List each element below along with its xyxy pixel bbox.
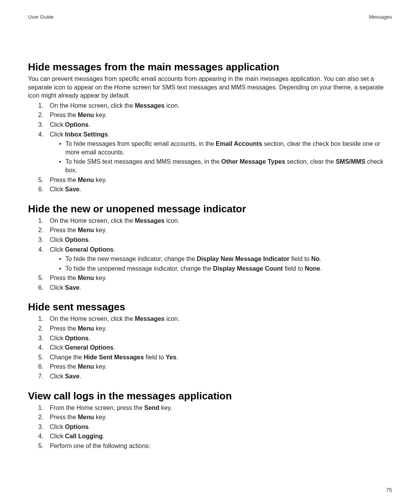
body-text: key. — [94, 363, 107, 370]
content: Hide messages from the main messages app… — [28, 61, 392, 450]
body-text: Click — [50, 433, 65, 439]
bold-text: Inbox Settings — [65, 131, 108, 138]
step-item: Click General Options. — [45, 343, 392, 352]
body-text: Click — [50, 246, 65, 253]
bold-text: Options — [65, 236, 88, 243]
body-text: . — [79, 284, 81, 291]
bold-text: Hide Sent Messages — [84, 354, 144, 360]
body-text: key. — [94, 177, 107, 183]
bold-text: Save — [65, 186, 79, 192]
body-text: section, clear the — [285, 158, 336, 165]
page: User Guide Messages Hide messages from t… — [0, 0, 420, 504]
body-text: . — [79, 373, 81, 380]
body-text: To hide the new message indicator, chang… — [65, 256, 197, 262]
step-item: Click Inbox Settings.To hide messages fr… — [45, 130, 392, 175]
body-text: Click — [50, 344, 65, 351]
body-text: . — [320, 256, 321, 262]
body-text: Press the — [50, 177, 78, 183]
step-item: Perform one of the following actions: — [45, 442, 392, 450]
step-item: Press the Menu key. — [45, 274, 392, 282]
step-list: On the Home screen, click the Messages i… — [28, 217, 392, 292]
body-text: Click — [50, 373, 65, 380]
step-item: Press the Menu key. — [45, 176, 392, 184]
section-intro: You can prevent messages from specific e… — [28, 75, 392, 100]
step-item: Click Save. — [45, 372, 392, 381]
body-text: . — [89, 236, 90, 243]
body-text: Press the — [50, 275, 78, 281]
body-text: field to — [144, 354, 166, 360]
step-item: Click Options. — [45, 121, 392, 129]
body-text: . — [114, 344, 115, 351]
body-text: key. — [159, 404, 172, 411]
step-item: Press the Menu key. — [45, 111, 392, 119]
sub-item: To hide SMS text messages and MMS messag… — [59, 158, 392, 174]
body-text: Press the — [50, 227, 78, 233]
body-text: Change the — [50, 354, 84, 360]
body-text: Press the — [50, 363, 78, 370]
body-text: Click — [50, 284, 65, 291]
body-text: Click — [50, 186, 65, 192]
bold-text: Messages — [135, 217, 165, 224]
body-text: field to — [283, 265, 304, 272]
bold-text: Menu — [78, 227, 94, 233]
page-number: 75 — [386, 487, 392, 493]
bold-text: No — [311, 256, 319, 262]
body-text: Click — [50, 236, 65, 243]
step-list: On the Home screen, click the Messages i… — [28, 102, 392, 194]
body-text: icon. — [164, 217, 179, 224]
step-item: Click General Options.To hide the new me… — [45, 245, 392, 273]
body-text: Perform one of the following actions: — [50, 443, 150, 449]
body-text: On the Home screen, click the — [50, 315, 135, 322]
body-text: Press the — [50, 112, 78, 118]
step-item: Change the Hide Sent Messages field to Y… — [45, 353, 392, 362]
bold-text: None — [304, 265, 320, 272]
step-item: Press the Menu key. — [45, 362, 392, 371]
step-item: Click Options. — [45, 423, 392, 431]
bold-text: Options — [65, 335, 88, 341]
step-item: Click Save. — [45, 185, 392, 194]
step-item: On the Home screen, click the Messages i… — [45, 102, 392, 110]
body-text: . — [89, 424, 90, 430]
sub-list: To hide messages from specific email acc… — [50, 140, 392, 174]
bold-text: Options — [65, 424, 88, 430]
body-text: . — [320, 265, 322, 272]
bold-text: Save — [65, 373, 79, 380]
bold-text: Email Accounts — [216, 140, 262, 147]
sub-list: To hide the new message indicator, chang… — [50, 255, 392, 273]
body-text: . — [103, 433, 104, 439]
section-title: View call logs in the messages applicati… — [28, 390, 392, 402]
body-text: To hide messages from specific email acc… — [65, 140, 216, 147]
body-text: On the Home screen, click the — [50, 102, 135, 109]
step-item: Click Options. — [45, 334, 392, 343]
body-text: . — [89, 335, 90, 341]
body-text: key. — [94, 414, 107, 420]
body-text: Click — [50, 131, 65, 138]
body-text: field to — [289, 256, 311, 262]
bold-text: Menu — [78, 177, 94, 183]
sub-item: To hide the new message indicator, chang… — [59, 255, 392, 263]
bold-text: Options — [65, 121, 88, 128]
body-text: On the Home screen, click the — [50, 217, 135, 224]
header-left: User Guide — [28, 14, 54, 20]
body-text: To hide SMS text messages and MMS messag… — [65, 158, 221, 165]
bold-text: General Options — [65, 344, 113, 351]
bold-text: Menu — [78, 363, 94, 370]
body-text: icon. — [164, 102, 179, 109]
bold-text: Other Message Types — [221, 158, 285, 165]
bold-text: SMS/MMS — [336, 158, 365, 165]
step-item: Click Call Logging. — [45, 432, 392, 441]
step-item: Press the Menu key. — [45, 324, 392, 333]
page-header: User Guide Messages — [28, 14, 392, 20]
bold-text: Display Message Count — [213, 265, 283, 272]
body-text: . — [79, 186, 81, 192]
step-list: On the Home screen, click the Messages i… — [28, 315, 392, 380]
body-text: . — [177, 354, 178, 360]
body-text: To hide the unopened message indicator, … — [65, 265, 213, 272]
bold-text: General Options — [65, 246, 113, 253]
bold-text: Messages — [135, 315, 165, 322]
body-text: Click — [50, 424, 65, 430]
step-list: From the Home screen, press the Send key… — [28, 404, 392, 450]
body-text: icon. — [164, 315, 179, 322]
body-text: . — [89, 121, 90, 128]
body-text: Press the — [50, 414, 78, 420]
